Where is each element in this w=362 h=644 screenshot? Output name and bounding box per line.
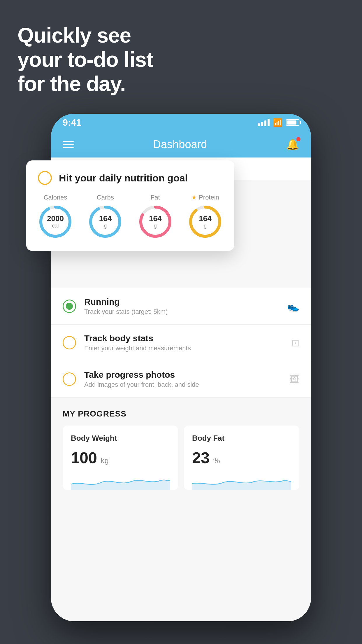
todo-subtitle-body-stats: Enter your weight and measurements — [84, 344, 283, 352]
donut-unit-carbs: g — [99, 223, 112, 229]
scale-icon: ⊡ — [291, 337, 299, 349]
stat-label-calories: Calories — [44, 194, 67, 201]
progress-card-title-weight: Body Weight — [71, 434, 170, 443]
stat-label-protein: ★ Protein — [191, 194, 219, 201]
todo-item-body-stats[interactable]: Track body stats Enter your weight and m… — [51, 325, 311, 361]
progress-card-value-row-weight: 100 kg — [71, 449, 170, 467]
wifi-icon: 📶 — [273, 118, 282, 127]
photo-icon: 🖼 — [289, 374, 299, 385]
todo-list: Running Track your stats (target: 5km) 👟… — [51, 288, 311, 398]
todo-text: Track body stats Enter your weight and m… — [84, 333, 283, 352]
donut-value-fat: 164 — [149, 214, 161, 223]
todo-check-circle-yellow-2 — [63, 372, 76, 386]
progress-card-body-weight[interactable]: Body Weight 100 kg — [63, 426, 178, 490]
donut-value-carbs: 164 — [99, 214, 112, 223]
nutrition-card-title: Hit your daily nutrition goal — [59, 172, 188, 184]
donut-protein: 164 g — [188, 204, 223, 239]
nutrition-card-header: Hit your daily nutrition goal — [38, 171, 223, 185]
running-shoe-icon: 👟 — [287, 300, 299, 312]
todo-check-circle-yellow — [63, 336, 76, 349]
todo-subtitle-running: Track your stats (target: 5km) — [84, 308, 279, 316]
stat-protein: ★ Protein 164 g — [188, 194, 223, 239]
status-time: 9:41 — [63, 117, 81, 128]
stat-calories: Calories 2000 cal — [38, 194, 73, 239]
bell-icon[interactable]: 🔔 — [286, 138, 299, 150]
progress-chart-fat — [192, 473, 291, 490]
donut-unit-protein: g — [199, 223, 211, 229]
stat-carbs: Carbs 164 g — [88, 194, 123, 239]
hamburger-menu-icon[interactable] — [63, 141, 74, 148]
todo-check-circle-green — [63, 300, 76, 313]
progress-fat-value: 23 — [192, 449, 210, 466]
progress-card-body-fat[interactable]: Body Fat 23 % — [184, 426, 299, 490]
todo-item-progress-photos[interactable]: Take progress photos Add images of your … — [51, 361, 311, 398]
progress-weight-value: 100 — [71, 449, 97, 466]
todo-item-running[interactable]: Running Track your stats (target: 5km) 👟 — [51, 288, 311, 325]
stat-label-fat: Fat — [151, 194, 160, 201]
donut-value-protein: 164 — [199, 214, 211, 223]
donut-unit-calories: cal — [47, 223, 64, 229]
progress-card-title-fat: Body Fat — [192, 434, 291, 443]
todo-text: Running Track your stats (target: 5km) — [84, 297, 279, 316]
donut-unit-fat: g — [149, 223, 161, 229]
battery-icon — [286, 119, 299, 126]
todo-title-running: Running — [84, 297, 279, 307]
status-icons: 📶 — [258, 118, 299, 127]
todo-text: Take progress photos Add images of your … — [84, 370, 281, 388]
star-icon: ★ — [191, 194, 197, 201]
donut-calories: 2000 cal — [38, 204, 73, 239]
nav-title: Dashboard — [153, 138, 207, 151]
todo-title-progress-photos: Take progress photos — [84, 370, 281, 380]
todo-subtitle-progress-photos: Add images of your front, back, and side — [84, 381, 281, 388]
progress-weight-unit: kg — [101, 456, 109, 465]
donut-value-calories: 2000 — [47, 214, 64, 223]
todo-title-body-stats: Track body stats — [84, 333, 283, 343]
nutrition-card[interactable]: Hit your daily nutrition goal Calories 2… — [26, 160, 234, 251]
signal-bars-icon — [258, 119, 270, 126]
nutrition-check-circle — [38, 171, 52, 185]
progress-cards: Body Weight 100 kg Body Fat — [63, 426, 299, 490]
nav-bar: Dashboard 🔔 — [51, 131, 311, 158]
stat-fat: Fat 164 g — [138, 194, 173, 239]
stat-label-carbs: Carbs — [97, 194, 114, 201]
progress-chart-weight — [71, 473, 170, 490]
donut-carbs: 164 g — [88, 204, 123, 239]
progress-fat-unit: % — [213, 456, 220, 465]
status-bar: 9:41 📶 — [51, 114, 311, 131]
nutrition-stats: Calories 2000 cal Carbs — [38, 194, 223, 239]
progress-section: MY PROGRESS Body Weight 100 kg — [51, 398, 311, 496]
headline: Quickly see your to-do list for the day. — [17, 23, 153, 96]
donut-fat: 164 g — [138, 204, 173, 239]
notification-dot — [296, 137, 301, 141]
progress-section-title: MY PROGRESS — [63, 409, 299, 419]
progress-card-value-row-fat: 23 % — [192, 449, 291, 467]
